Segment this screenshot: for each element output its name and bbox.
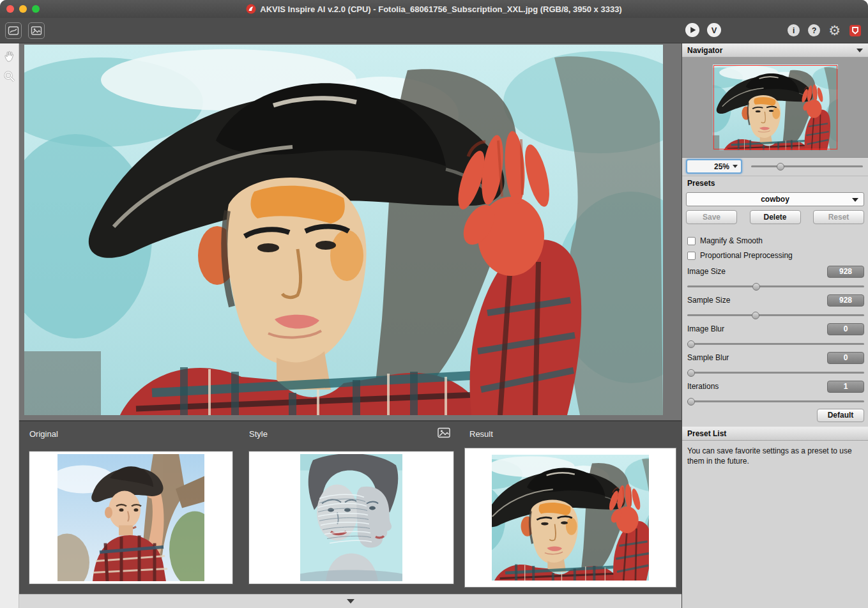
traffic-lights — [6, 5, 40, 13]
original-thumbnail[interactable] — [29, 452, 232, 584]
image-canvas — [19, 43, 681, 420]
delete-preset-button[interactable]: Delete — [750, 210, 801, 224]
tool-strip — [0, 43, 19, 608]
param-label: Image Size — [687, 267, 726, 276]
magnify-smooth-checkbox[interactable] — [687, 237, 696, 245]
proportional-preprocessing-label: Proportional Preprocessing — [700, 251, 793, 260]
navigator-preview-area — [682, 57, 868, 158]
run-button[interactable] — [685, 23, 699, 37]
param-image-blur: Image Blur 0 — [687, 323, 864, 345]
param-label: Image Blur — [687, 324, 724, 333]
param-label: Sample Blur — [687, 353, 729, 362]
window-title: AKVIS Inspire AI v.2.0 (CPU) - Fotolia_6… — [260, 4, 621, 14]
param-label: Sample Size — [687, 296, 730, 305]
param-slider[interactable] — [687, 343, 864, 345]
zoom-value: 25% — [714, 162, 729, 171]
preset-selected-value: cowboy — [761, 195, 789, 204]
result-label: Result — [469, 429, 493, 439]
close-window-button[interactable] — [6, 5, 14, 13]
param-slider[interactable] — [687, 400, 864, 402]
navigator-view-frame[interactable] — [713, 65, 837, 149]
app-window: AKVIS Inspire AI v.2.0 (CPU) - Fotolia_6… — [0, 0, 868, 608]
param-label: Iterations — [687, 382, 719, 391]
param-value-field[interactable]: 0 — [827, 323, 864, 335]
filmstrip: Original Style Result — [19, 420, 681, 594]
info-button[interactable]: i — [788, 24, 800, 36]
zoom-level-select[interactable]: 25% — [686, 159, 742, 174]
param-iterations: Iterations 1 — [687, 380, 864, 402]
param-value-field[interactable]: 1 — [827, 381, 864, 393]
hand-tool-button[interactable] — [3, 50, 16, 63]
before-after-icon — [8, 25, 19, 36]
param-image-size: Image Size 928 — [687, 265, 864, 287]
style-label: Style — [249, 429, 268, 439]
param-slider[interactable] — [687, 285, 864, 287]
info-icon: i — [793, 26, 795, 35]
photo-icon — [438, 427, 450, 438]
slider-thumb[interactable] — [687, 340, 695, 348]
magnify-smooth-label: Magnify & Smooth — [700, 236, 763, 245]
original-label: Original — [29, 429, 58, 439]
help-icon: ? — [812, 26, 816, 35]
slider-thumb[interactable] — [687, 369, 695, 377]
param-sample-blur: Sample Blur 0 — [687, 351, 864, 374]
photo-icon — [31, 25, 42, 36]
apply-button[interactable]: V — [707, 23, 721, 37]
slider-thumb[interactable] — [752, 312, 759, 319]
magnifier-icon — [3, 70, 16, 83]
checkbox-proportional-row: Proportional Preprocessing — [687, 250, 793, 261]
license-icon — [849, 24, 862, 37]
zoom-tool-button[interactable] — [3, 70, 16, 83]
preset-list-header[interactable]: Preset List — [682, 427, 868, 441]
preset-list-description: You can save favorite settings as a pres… — [687, 446, 862, 466]
hand-icon — [3, 50, 16, 63]
settings-panel: Navigator 25% Presets cowboy Save — [681, 43, 868, 608]
slider-thumb[interactable] — [752, 283, 760, 291]
play-icon — [685, 23, 699, 37]
collapse-caret-icon[interactable] — [347, 599, 354, 604]
param-slider[interactable] — [687, 314, 864, 316]
minimize-window-button[interactable] — [19, 5, 27, 13]
chevron-down-icon[interactable] — [857, 49, 863, 52]
before-after-view-button[interactable] — [5, 22, 22, 39]
proportional-preprocessing-checkbox[interactable] — [687, 252, 696, 260]
titlebar: AKVIS Inspire AI v.2.0 (CPU) - Fotolia_6… — [0, 0, 868, 18]
divider — [682, 176, 868, 176]
navigator-title: Navigator — [687, 46, 722, 55]
zoom-window-button[interactable] — [32, 5, 40, 13]
param-value-field[interactable]: 928 — [827, 294, 864, 307]
gear-icon: ⚙ — [828, 23, 841, 38]
navigator-header[interactable]: Navigator — [682, 43, 868, 57]
param-value-field[interactable]: 0 — [827, 352, 864, 364]
app-logo-icon — [246, 4, 256, 14]
result-thumbnail-selected[interactable] — [465, 448, 676, 587]
preset-dropdown[interactable]: cowboy — [686, 192, 864, 206]
help-button[interactable]: ? — [808, 24, 820, 36]
style-gallery-button[interactable] — [438, 427, 450, 439]
preset-list-title: Preset List — [687, 429, 726, 438]
chevron-down-icon — [852, 198, 858, 202]
presets-title: Presets — [687, 179, 715, 188]
settings-button[interactable]: ⚙ — [828, 24, 841, 37]
apply-v-glyph: V — [712, 26, 717, 35]
zoom-slider-thumb[interactable] — [777, 163, 784, 171]
slider-thumb[interactable] — [687, 398, 695, 406]
save-preset-button[interactable]: Save — [686, 210, 737, 224]
zoom-slider[interactable] — [751, 165, 863, 167]
style-thumbnail[interactable] — [249, 452, 453, 584]
main-toolbar: V i ? ⚙ — [0, 18, 868, 43]
default-button[interactable]: Default — [817, 409, 864, 422]
param-value-field[interactable]: 928 — [827, 266, 864, 278]
filmstrip-collapse-bar[interactable] — [19, 594, 681, 608]
checkbox-magnify-smooth-row: Magnify & Smooth — [687, 236, 763, 246]
reset-preset-button[interactable]: Reset — [813, 210, 864, 224]
param-slider[interactable] — [687, 372, 864, 374]
result-preview-image[interactable] — [24, 45, 663, 415]
license-button[interactable] — [849, 24, 862, 37]
chevron-down-icon[interactable] — [733, 165, 738, 168]
open-image-button[interactable] — [28, 22, 45, 39]
param-sample-size: Sample Size 928 — [687, 294, 864, 316]
navigator-thumbnail[interactable] — [713, 65, 838, 150]
